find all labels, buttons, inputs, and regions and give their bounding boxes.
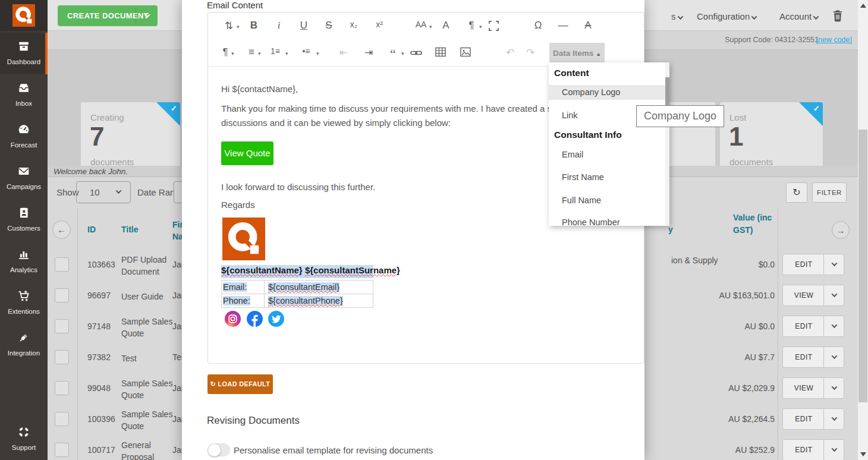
- sidebar-item-customers[interactable]: Customers: [0, 199, 48, 241]
- header-value-line1[interactable]: Value (inc: [733, 213, 772, 222]
- signature-name[interactable]: ${consultantName} ${consultantSurname}: [221, 265, 373, 278]
- sidebar-item-campaigns[interactable]: Campaigns: [0, 157, 48, 199]
- load-default-button[interactable]: ↻ LOAD DEFAULT: [207, 374, 273, 394]
- row-checkbox[interactable]: [55, 319, 69, 333]
- email-closing[interactable]: I look forward to discussing this furthe…: [221, 182, 375, 192]
- subscript-icon[interactable]: x₂: [345, 20, 363, 29]
- sidebar-item-extentions[interactable]: Extentions: [0, 282, 48, 324]
- image-icon[interactable]: [460, 47, 471, 59]
- row-action-button[interactable]: EDIT: [782, 439, 844, 460]
- menu-item-first-name[interactable]: First Name: [562, 172, 604, 182]
- create-document-button[interactable]: CREATE DOCUMENT: [58, 5, 158, 26]
- instagram-icon[interactable]: [225, 311, 241, 329]
- superscript-icon[interactable]: x²: [370, 20, 388, 29]
- revising-toggle-label: Personalise email template for revising …: [234, 445, 433, 455]
- expand-columns-button[interactable]: →: [832, 221, 850, 239]
- link-icon[interactable]: [410, 49, 422, 59]
- chevron-down-icon[interactable]: [832, 260, 838, 266]
- signature-table[interactable]: Email: ${consultantEmail} Phone: ${consu…: [221, 280, 373, 308]
- row-checkbox[interactable]: [55, 443, 69, 457]
- chevron-down-icon[interactable]: [832, 446, 838, 452]
- sidebar-item-support[interactable]: Support: [0, 418, 48, 460]
- chevron-down-icon[interactable]: [832, 353, 838, 359]
- sidebar-item-forecast[interactable]: Forecast: [0, 116, 48, 157]
- font-size-icon[interactable]: AA: [412, 20, 430, 29]
- signature-phone-value: ${consultantPhone}: [268, 296, 343, 305]
- row-action-button[interactable]: VIEW: [782, 377, 844, 399]
- data-items-button[interactable]: Data Items ▲: [549, 43, 605, 63]
- blockquote-icon[interactable]: “: [384, 46, 402, 62]
- clear-formatting-icon[interactable]: A: [579, 20, 597, 31]
- twitter-icon[interactable]: [268, 311, 284, 329]
- menu-item-company-logo[interactable]: Company Logo: [562, 87, 620, 97]
- header-value-line2[interactable]: GST): [733, 225, 753, 235]
- menu-documents-fragment[interactable]: s: [671, 11, 683, 21]
- menu-scrollbar[interactable]: [665, 62, 669, 226]
- filter-button[interactable]: FILTER: [812, 182, 847, 203]
- sidebar-item-integration[interactable]: Integration: [0, 324, 48, 366]
- chevron-down-icon[interactable]: [832, 291, 838, 297]
- row-checkbox[interactable]: [55, 257, 69, 272]
- email-regards[interactable]: Regards: [221, 200, 255, 210]
- bold-icon[interactable]: B: [245, 20, 263, 31]
- ordered-list-icon[interactable]: 1≡: [266, 46, 284, 56]
- menu-configuration[interactable]: Configuration: [697, 11, 756, 21]
- header-category-fragment[interactable]: y: [668, 225, 673, 234]
- underline-icon[interactable]: U: [295, 20, 313, 31]
- email-body-line2[interactable]: discussions and it can be viewed by simp…: [221, 118, 451, 128]
- header-id[interactable]: ID: [87, 225, 96, 234]
- row-checkbox[interactable]: [55, 381, 69, 395]
- chevron-down-icon[interactable]: [832, 322, 838, 328]
- paragraph-style-icon[interactable]: ¶: [463, 20, 480, 31]
- special-character-icon[interactable]: Ω: [529, 20, 547, 31]
- row-checkbox[interactable]: [55, 412, 69, 426]
- facebook-icon[interactable]: [247, 311, 263, 329]
- email-greeting[interactable]: Hi ${contactName},: [221, 84, 298, 94]
- line-height-icon[interactable]: ⇅: [220, 20, 238, 32]
- chevron-down-icon[interactable]: [832, 415, 838, 421]
- row-action-button[interactable]: EDIT: [782, 254, 844, 275]
- table-icon[interactable]: [435, 47, 446, 59]
- horizontal-line-icon[interactable]: —: [554, 20, 572, 31]
- menu-item-phone-number[interactable]: Phone Number: [562, 218, 620, 226]
- collapse-columns-button[interactable]: ←: [52, 220, 71, 239]
- row-action-button[interactable]: EDIT: [782, 346, 844, 368]
- cart-plus-icon: [18, 290, 30, 302]
- scroll-down-arrow-icon[interactable]: [860, 452, 866, 456]
- refresh-button[interactable]: ↻: [786, 182, 807, 203]
- email-body-line1[interactable]: Thank you for making time to discuss you…: [221, 103, 575, 114]
- menu-item-link[interactable]: Link: [562, 111, 578, 120]
- row-action-button[interactable]: EDIT: [782, 408, 844, 430]
- header-title[interactable]: Title: [121, 225, 139, 234]
- fullscreen-icon[interactable]: [489, 21, 499, 33]
- revising-toggle[interactable]: [207, 443, 230, 456]
- cell-title: Test: [121, 352, 178, 364]
- chevron-down-icon[interactable]: [832, 384, 838, 390]
- show-select[interactable]: 10: [76, 181, 131, 203]
- indent-icon[interactable]: ⇥: [360, 46, 378, 59]
- unordered-list-icon[interactable]: •≡: [297, 46, 315, 56]
- signature-company-logo[interactable]: [222, 218, 265, 260]
- new-code-link[interactable]: [new code]: [816, 36, 852, 44]
- page-scrollbar-thumb[interactable]: [858, 130, 867, 402]
- font-color-icon[interactable]: A: [437, 20, 455, 31]
- row-action-button[interactable]: VIEW: [782, 285, 844, 306]
- sidebar-item-dashboard[interactable]: Dashboard: [0, 33, 48, 74]
- chevron-down-icon: [116, 188, 122, 194]
- cell-title: User Guide: [121, 291, 178, 303]
- app-logo[interactable]: [12, 4, 35, 27]
- menu-item-email[interactable]: Email: [562, 150, 583, 159]
- row-checkbox[interactable]: [55, 288, 69, 303]
- italic-icon[interactable]: i: [270, 20, 288, 31]
- sidebar-item-analytics[interactable]: Analytics: [0, 241, 48, 282]
- page-scrollbar[interactable]: [858, 0, 868, 460]
- sidebar-item-inbox[interactable]: Inbox: [0, 74, 48, 116]
- strikethrough-icon[interactable]: S: [320, 20, 338, 31]
- row-action-button[interactable]: EDIT: [782, 316, 844, 337]
- row-checkbox[interactable]: [55, 350, 69, 364]
- menu-account[interactable]: Account: [779, 11, 818, 21]
- menu-item-full-name[interactable]: Full Name: [562, 196, 601, 205]
- trash-icon[interactable]: [832, 10, 843, 24]
- view-quote-button[interactable]: View Quote: [221, 141, 273, 165]
- scroll-up-arrow-icon[interactable]: [860, 4, 866, 8]
